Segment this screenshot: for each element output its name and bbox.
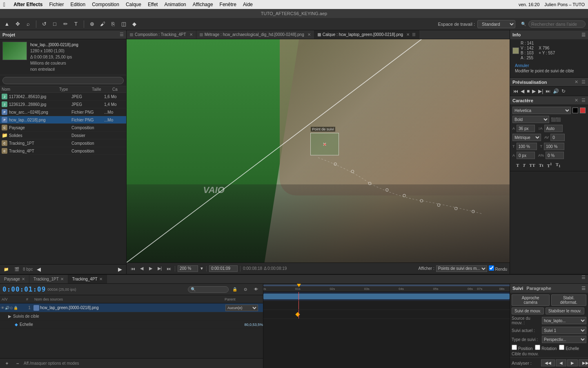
cb-position[interactable]: [512, 345, 517, 350]
tl-tab-paysage[interactable]: Paysage ✕: [0, 275, 29, 283]
kf-track-suivis[interactable]: [263, 301, 510, 310]
tool-text[interactable]: T: [71, 20, 80, 29]
actuel-dropdown[interactable]: Suivi 1: [542, 327, 586, 334]
tl-new-layer-btn[interactable]: +: [2, 359, 11, 368]
tool-puppet[interactable]: ◆: [130, 20, 139, 29]
tool-rotate[interactable]: ↺: [40, 20, 49, 29]
viewer-render-checkbox[interactable]: [489, 265, 494, 271]
char-h-scale-input[interactable]: [517, 143, 537, 150]
list-item[interactable]: C Tracking_1PT Composition: [0, 139, 126, 147]
menu-affichage[interactable]: Affichage: [193, 2, 213, 7]
char-options[interactable]: ☰: [581, 98, 586, 103]
viewer-tab-layer[interactable]: Calque : hcw_laptop_green.[0000-0218].pn…: [314, 30, 419, 39]
char-bold-btn[interactable]: T: [515, 162, 520, 168]
analyse-prev-frame-btn[interactable]: ◀: [556, 359, 566, 366]
layer-name[interactable]: hcw_lap_green.[0000-0218].png: [40, 305, 225, 310]
preview-last-btn[interactable]: ⏭: [545, 88, 551, 94]
kf-track-layer[interactable]: [263, 292, 510, 301]
tl-tab-tracking4pt[interactable]: Tracking_4PT ✕: [68, 275, 107, 283]
suivi-tab-paragraphe[interactable]: Paragraphe: [526, 286, 551, 291]
playback-play-btn[interactable]: ▶: [147, 265, 154, 272]
list-item[interactable]: J 1173042...85610.jpg JPEG 1,6 Mo: [0, 93, 126, 101]
viewer-timecode-input[interactable]: [209, 265, 238, 272]
viewer-tab-footage[interactable]: Métrage : hcw_archaeological_dig_hd.[000…: [196, 30, 314, 39]
cb-rotation[interactable]: [535, 345, 540, 350]
playhead-line[interactable]: [298, 292, 299, 301]
tab-options[interactable]: ☰: [412, 32, 416, 37]
tab-close[interactable]: ✕: [307, 32, 311, 37]
tl-sub-row-suivis[interactable]: ▶ Suivis de cible: [0, 312, 263, 321]
tool-brush[interactable]: 🖌: [98, 20, 107, 29]
tl-shy-btn[interactable]: 👁: [252, 285, 261, 294]
layer-audio[interactable]: 🔊: [5, 306, 9, 310]
tl-layer-row[interactable]: 👁 🔊 ⊙ 🔒 1 hcw_lap_green.[0000-0218].png …: [0, 303, 263, 312]
playback-prev-btn[interactable]: ◀: [138, 265, 145, 272]
tl-delete-layer-btn[interactable]: −: [13, 359, 22, 368]
source-dropdown[interactable]: hcw_lapto...: [542, 317, 586, 324]
new-folder-btn[interactable]: 📁: [2, 265, 11, 274]
layer-solo[interactable]: ⊙: [10, 306, 13, 310]
workspace-dropdown[interactable]: Standard: [477, 20, 515, 28]
tab-close[interactable]: ✕: [406, 32, 410, 37]
preview-play-btn[interactable]: ▶: [531, 88, 537, 94]
char-skew-input[interactable]: [546, 152, 564, 159]
tab-close[interactable]: ✕: [189, 32, 193, 37]
cb-rotation-label[interactable]: Rotation: [535, 345, 557, 351]
tl-lock-btn[interactable]: 🔒: [230, 285, 239, 294]
suivi-options[interactable]: ☰: [581, 286, 586, 291]
preview-stop-btn[interactable]: ■: [526, 88, 530, 94]
char-caps-btn[interactable]: TT: [528, 162, 537, 168]
viewer-display-dropdown[interactable]: Points de suivi des m...: [436, 265, 487, 272]
footer-next-btn[interactable]: ▶: [116, 265, 125, 274]
apple-icon[interactable]: : [3, 1, 5, 8]
char-style-select[interactable]: Bold: [512, 116, 549, 123]
expand-icon[interactable]: ▶: [8, 314, 11, 319]
tl-layer-search[interactable]: [188, 286, 229, 293]
tool-clone[interactable]: ⎘: [109, 20, 118, 29]
playback-last-btn[interactable]: ⏭: [165, 265, 172, 272]
approche-camera-btn[interactable]: Approche caméra: [512, 294, 550, 306]
project-search-input[interactable]: [2, 77, 124, 84]
tl-tab-close-tracking4pt[interactable]: ✕: [99, 277, 102, 281]
char-size-input[interactable]: [517, 125, 535, 132]
layer-parent-select[interactable]: Aucun(e): [225, 305, 258, 311]
preview-prev-frame-btn[interactable]: ◀: [520, 88, 525, 94]
char-close[interactable]: ✕: [575, 98, 578, 103]
char-metric-select[interactable]: Métrique: [512, 134, 541, 141]
footer-prev-btn[interactable]: ◀: [34, 265, 43, 274]
char-smallcaps-btn[interactable]: Tt: [538, 162, 545, 168]
cb-position-label[interactable]: Position: [512, 345, 532, 351]
char-super-btn[interactable]: T1: [546, 162, 553, 168]
list-item[interactable]: C Paysage Composition: [0, 124, 126, 132]
cb-echelle-label[interactable]: Echelle: [559, 345, 579, 351]
preview-first-btn[interactable]: ⏮: [512, 88, 519, 94]
menu-fichier[interactable]: Fichier: [49, 2, 64, 7]
cb-echelle[interactable]: [559, 345, 564, 350]
char-stroke-swatch[interactable]: [580, 108, 586, 113]
menu-animation[interactable]: Animation: [164, 2, 186, 7]
menu-fenetre[interactable]: Fenêtre: [220, 2, 236, 7]
list-item[interactable]: P hcw_lap...0218].png Fichier PNG ...Mo: [0, 116, 126, 124]
info-options[interactable]: ☰: [581, 32, 586, 38]
char-sub-btn[interactable]: T1: [555, 162, 562, 168]
list-item[interactable]: J 1236129...28860.jpg JPEG 1,4 Mo: [0, 101, 126, 108]
tool-hand[interactable]: ✥: [13, 20, 22, 29]
analyse-prev-btn[interactable]: ◀◀: [541, 359, 555, 366]
layer-visibility-eye[interactable]: 👁: [1, 306, 4, 310]
keyframe-icon[interactable]: ◆: [15, 322, 18, 327]
menu-aide[interactable]: Aide: [243, 2, 253, 7]
suivi-tab-suivi[interactable]: Suivi: [512, 286, 523, 291]
kf-track-echelle[interactable]: [263, 310, 510, 319]
tl-tab-close-paysage[interactable]: ✕: [22, 277, 25, 281]
menu-calque[interactable]: Calque: [126, 2, 141, 7]
menu-effet[interactable]: Effet: [148, 2, 158, 7]
tl-tab-tracking1pt[interactable]: Tracking_1PT ✕: [29, 275, 68, 283]
tool-pen[interactable]: ✏: [61, 20, 70, 29]
tl-tab-close-tracking1pt[interactable]: ✕: [60, 277, 64, 281]
viewer-zoom-input[interactable]: [178, 265, 198, 272]
annuler-link[interactable]: Annuler: [512, 62, 586, 69]
playback-first-btn[interactable]: ⏮: [129, 265, 136, 272]
analyse-play-btn[interactable]: ▶: [567, 359, 578, 366]
char-tracking-input[interactable]: [550, 134, 565, 141]
tl-current-time[interactable]: 0:00:01:09: [2, 285, 46, 293]
